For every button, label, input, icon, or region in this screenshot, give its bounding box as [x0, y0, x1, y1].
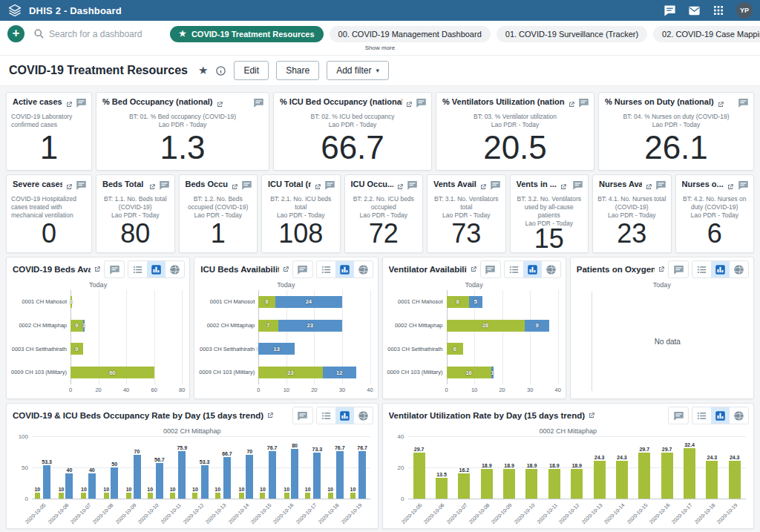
comments-button[interactable] [668, 407, 689, 424]
bar-value-label: 56.7 [154, 457, 165, 462]
bar-value-label: 6 [265, 298, 268, 305]
comments-button[interactable] [292, 260, 313, 278]
comments-icon[interactable] [241, 180, 252, 194]
open-in-app-icon[interactable] [314, 180, 321, 194]
bar-segment: 23 [278, 320, 342, 332]
chart-view-button[interactable] [711, 261, 730, 278]
x-axis: 020406080 [71, 384, 182, 395]
bar [548, 469, 560, 499]
open-in-app-icon[interactable] [65, 98, 73, 111]
comments-icon[interactable] [490, 180, 501, 194]
open-in-app-icon[interactable] [231, 180, 238, 194]
comments-icon[interactable] [253, 97, 264, 111]
dashboard-chip[interactable]: 00. COVID-19 Management Dashboard [330, 26, 491, 42]
open-in-app-icon[interactable] [216, 98, 223, 111]
comments-icon[interactable] [76, 97, 87, 111]
chart-view-button[interactable] [335, 407, 354, 424]
chart-view-button[interactable] [711, 407, 730, 424]
map-view-button[interactable] [354, 407, 373, 424]
open-in-app-icon[interactable] [560, 180, 567, 194]
avatar[interactable]: YP [736, 2, 753, 19]
map-view-button[interactable] [354, 261, 373, 278]
open-in-app-icon[interactable] [727, 180, 734, 194]
edit-button[interactable]: Edit [234, 61, 269, 80]
table-view-button[interactable] [692, 261, 711, 278]
chart-card: Patients on Oxygen by Ho...TodayNo data [570, 257, 754, 399]
bar [170, 493, 175, 499]
comments-icon[interactable] [159, 180, 170, 194]
map-view-button[interactable] [542, 261, 560, 278]
kpi-value: 1 [7, 125, 91, 170]
card-title: Beds Occupie... [186, 180, 229, 188]
open-in-app-icon[interactable] [405, 98, 413, 111]
open-in-app-icon[interactable] [65, 180, 73, 194]
bar-segment: 8 [447, 296, 469, 308]
table-view-button[interactable] [317, 261, 335, 278]
axis-tick-label: 0 [25, 496, 28, 502]
star-dashboard-button[interactable]: ★ [198, 64, 208, 77]
open-in-app-icon[interactable] [148, 180, 156, 194]
bar-group: 29.7 [633, 436, 655, 499]
open-in-app-icon[interactable] [282, 266, 289, 273]
info-icon[interactable] [215, 65, 226, 76]
table-view-button[interactable] [505, 261, 523, 278]
comments-button[interactable] [480, 260, 501, 278]
table-view-button[interactable] [128, 261, 147, 278]
axis-tick-label: 2020-10-12 [182, 502, 204, 525]
chart-view-button[interactable] [523, 261, 542, 278]
bar-value-label: 10 [126, 487, 132, 492]
dashboard-chip[interactable]: 02. COVID-19 Case Mapping (Tracker) [653, 26, 760, 42]
chart-view-button[interactable] [335, 261, 354, 278]
map-view-button[interactable] [730, 407, 748, 424]
kpi-card: ICU Occu...BT: 2.2. No. ICU beds occupie… [344, 174, 424, 253]
open-in-app-icon[interactable] [568, 98, 575, 111]
comments-button[interactable] [104, 260, 125, 278]
map-view-button[interactable] [730, 261, 748, 278]
show-more-link[interactable]: Show more [0, 45, 760, 55]
open-in-app-icon[interactable] [266, 412, 274, 419]
table-view-button[interactable] [317, 407, 335, 424]
open-in-app-icon[interactable] [470, 266, 477, 273]
chart-view-button[interactable] [147, 261, 166, 278]
add-filter-button[interactable]: Add filter▾ [327, 61, 389, 80]
comments-icon[interactable] [738, 180, 749, 194]
comments-icon[interactable] [324, 180, 335, 194]
comments-button[interactable] [668, 260, 689, 278]
comments-icon[interactable] [76, 180, 87, 194]
open-in-app-icon[interactable] [645, 180, 652, 194]
comments-icon[interactable] [407, 180, 418, 194]
table-view-button[interactable] [692, 407, 711, 424]
comments-icon[interactable] [578, 97, 589, 111]
page-title: COVID-19 Treatment Resources [9, 64, 188, 77]
open-in-app-icon[interactable] [717, 98, 724, 111]
interpretations-icon[interactable] [664, 4, 676, 17]
bar-value-label: 73.3 [312, 447, 323, 452]
bar [638, 453, 650, 499]
messages-icon[interactable] [688, 4, 701, 17]
map-view-button[interactable] [166, 261, 184, 278]
open-in-app-icon[interactable] [396, 180, 404, 194]
bar [284, 493, 289, 499]
open-in-app-icon[interactable] [94, 266, 101, 273]
dashboard-search-input[interactable] [49, 29, 154, 39]
category-label: 0003 CH Setthathirath [8, 338, 71, 361]
comments-icon[interactable] [416, 97, 427, 111]
bar-value-label: 24.3 [617, 455, 627, 460]
comments-icon[interactable] [738, 97, 749, 111]
share-button[interactable]: Share [276, 61, 319, 80]
axis-tick-label: 2020-10-13 [205, 502, 227, 525]
dashboard-chip[interactable]: 01. COVID-19 Surveillance (Tracker) [497, 26, 647, 42]
comments-icon[interactable] [655, 180, 666, 194]
open-in-app-icon[interactable] [588, 412, 595, 419]
new-dashboard-button[interactable]: + [7, 25, 24, 42]
dhis2-logo-icon[interactable] [7, 3, 22, 18]
dashboard-chip[interactable]: ★COVID-19 Treatment Resources [170, 26, 324, 42]
comments-icon[interactable] [572, 180, 583, 194]
comments-button[interactable] [292, 407, 313, 424]
open-in-app-icon[interactable] [479, 180, 487, 194]
open-in-app-icon[interactable] [658, 266, 665, 273]
card-subtitle-line: BT: 01. % Bed occupancy (COVID-19) [101, 113, 264, 121]
y-axis: 050100 [14, 436, 32, 499]
kpi-card: Nurses Avail...BT: 4.1. No. Nurses total… [592, 174, 672, 253]
apps-menu-icon[interactable] [712, 4, 724, 16]
